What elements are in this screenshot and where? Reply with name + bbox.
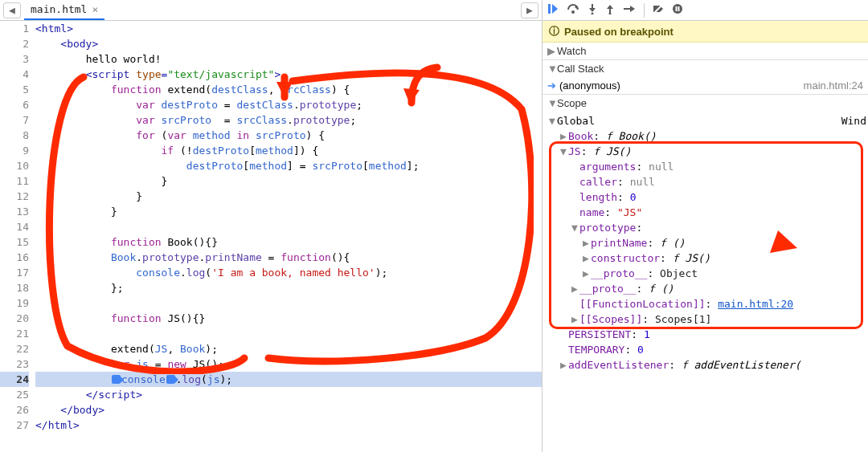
line-number[interactable]: 17 (0, 265, 29, 280)
close-icon[interactable]: × (92, 3, 98, 15)
line-number[interactable]: 20 (0, 311, 29, 326)
scope-row[interactable]: ▼prototype: (542, 220, 868, 235)
chevron-right-icon[interactable]: ▶ (581, 250, 591, 266)
scope-row[interactable]: TEMPORARY: 0 (542, 342, 868, 357)
inline-breakpoint-icon[interactable] (112, 375, 121, 384)
line-number[interactable]: 18 (0, 280, 29, 295)
line-number[interactable]: 10 (0, 158, 29, 173)
scope-row[interactable]: ▶printName: f () (542, 235, 868, 250)
code-line[interactable]: var srcProto = srcClass.prototype; (35, 112, 542, 128)
code-line[interactable]: <script type="text/javascript"> (35, 67, 542, 82)
step-button[interactable] (623, 3, 636, 17)
code-line[interactable]: if (!destProto[method]) { (35, 143, 542, 158)
code-line[interactable]: </script> (35, 387, 542, 402)
code-line[interactable]: console.log(js); (35, 372, 542, 387)
line-number[interactable]: 8 (0, 128, 29, 143)
line-number[interactable]: 19 (0, 295, 29, 311)
chevron-right-icon[interactable]: ▶ (559, 357, 568, 373)
scope-row[interactable]: ▶constructor: f JS() (542, 250, 868, 266)
code-line[interactable]: }; (35, 280, 542, 295)
chevron-right-icon[interactable]: ▶ (570, 281, 579, 296)
line-number[interactable]: 11 (0, 173, 29, 189)
chevron-right-icon[interactable]: ▶ (581, 266, 591, 281)
callstack-frame[interactable]: ➔ (anonymous) main.html:24 (542, 77, 868, 94)
code-line[interactable]: hello world! (35, 51, 542, 67)
code-line[interactable] (35, 219, 542, 234)
code-line[interactable] (35, 295, 542, 311)
line-number[interactable]: 15 (0, 234, 29, 250)
scope-row[interactable]: caller: null (542, 174, 868, 189)
step-into-button[interactable] (588, 3, 597, 17)
line-number[interactable]: 4 (0, 67, 29, 82)
line-number[interactable]: 27 (0, 417, 29, 433)
nav-back-button[interactable]: ◀ (3, 2, 21, 18)
deactivate-breakpoints-button[interactable] (653, 3, 664, 17)
code-line[interactable]: <html> (35, 21, 542, 36)
chevron-down-icon[interactable]: ▼ (570, 220, 579, 235)
chevron-down-icon[interactable]: ▼ (547, 113, 557, 128)
code-line[interactable]: <body> (35, 36, 542, 51)
line-number[interactable]: 26 (0, 402, 29, 417)
scope-row[interactable]: PERSISTENT: 1 (542, 327, 868, 342)
code-line[interactable]: Book.prototype.printName = function(){ (35, 250, 542, 265)
chevron-right-icon[interactable]: ▶ (559, 128, 568, 144)
chevron-right-icon[interactable]: ▶ (581, 235, 591, 250)
scope-row[interactable]: ▶Book: f Book() (542, 128, 868, 144)
scope-row[interactable]: name: "JS" (542, 205, 868, 220)
code-line[interactable]: } (35, 204, 542, 219)
step-over-button[interactable] (567, 3, 579, 17)
code-line[interactable]: console.log('I am a book, named hello'); (35, 265, 542, 280)
code-line[interactable] (35, 326, 542, 341)
scope-row[interactable]: ▶__proto__: Object (542, 266, 868, 281)
line-number[interactable]: 21 (0, 326, 29, 341)
tab-main-html[interactable]: main.html × (24, 0, 104, 20)
line-number[interactable]: 1 (0, 21, 29, 36)
scope-row[interactable]: ▶addEventListener: f addEventListener( (542, 357, 868, 373)
scope-section-header[interactable]: ▼ Scope (542, 95, 868, 112)
code-line[interactable]: </html> (35, 417, 542, 433)
scope-row[interactable]: ▶__proto__: f () (542, 281, 868, 296)
line-number[interactable]: 23 (0, 356, 29, 372)
code-line[interactable]: </body> (35, 402, 542, 417)
code-line[interactable]: for (var method in srcProto) { (35, 128, 542, 143)
scope-row[interactable]: arguments: null (542, 159, 868, 174)
line-number[interactable]: 24 (0, 372, 29, 387)
line-number[interactable]: 3 (0, 51, 29, 67)
code-line[interactable]: function Book(){} (35, 234, 542, 250)
line-number[interactable]: 9 (0, 143, 29, 158)
line-number[interactable]: 7 (0, 112, 29, 128)
chevron-right-icon[interactable]: ▶ (570, 312, 579, 327)
line-number[interactable]: 13 (0, 204, 29, 219)
scope-row[interactable]: [[FunctionLocation]]: main.html:20 (542, 296, 868, 312)
step-out-button[interactable] (605, 3, 615, 17)
resume-button[interactable] (547, 3, 559, 17)
line-number[interactable]: 6 (0, 97, 29, 112)
line-number[interactable]: 2 (0, 36, 29, 51)
inline-breakpoint-icon[interactable] (166, 375, 175, 384)
code-line[interactable]: destProto[method] = srcProto[method]; (35, 158, 542, 173)
watch-section-header[interactable]: ▶ Watch (542, 43, 868, 59)
code-line[interactable]: } (35, 189, 542, 204)
scope-row[interactable]: length: 0 (542, 189, 868, 205)
code-line[interactable]: } (35, 173, 542, 189)
code-line[interactable]: function extend(destClass, srcClass) { (35, 82, 542, 97)
code-line[interactable]: var destProto = destClass.prototype; (35, 97, 542, 112)
code-line[interactable]: var js = new JS(); (35, 356, 542, 372)
scope-row[interactable]: ▼JS: f JS() (542, 144, 868, 159)
line-number[interactable]: 14 (0, 219, 29, 234)
line-number[interactable]: 25 (0, 387, 29, 402)
code-line[interactable]: function JS(){} (35, 311, 542, 326)
line-number[interactable]: 12 (0, 189, 29, 204)
scope-row[interactable]: ▶[[Scopes]]: Scopes[1] (542, 312, 868, 327)
line-number[interactable]: 22 (0, 341, 29, 356)
scope-global-row[interactable]: ▼ Global Wind (542, 113, 868, 128)
code-line[interactable]: extend(JS, Book); (35, 341, 542, 356)
line-number[interactable]: 16 (0, 250, 29, 265)
line-number[interactable]: 5 (0, 82, 29, 97)
callstack-section-header[interactable]: ▼ Call Stack (542, 60, 868, 77)
code-editor[interactable]: 1234567891011121314151617181920212223242… (0, 21, 542, 452)
property-value[interactable]: main.html:20 (718, 296, 793, 312)
chevron-down-icon[interactable]: ▼ (559, 144, 568, 159)
show-navigator-button[interactable]: ▶ (521, 2, 538, 18)
pause-exceptions-button[interactable] (672, 3, 683, 17)
